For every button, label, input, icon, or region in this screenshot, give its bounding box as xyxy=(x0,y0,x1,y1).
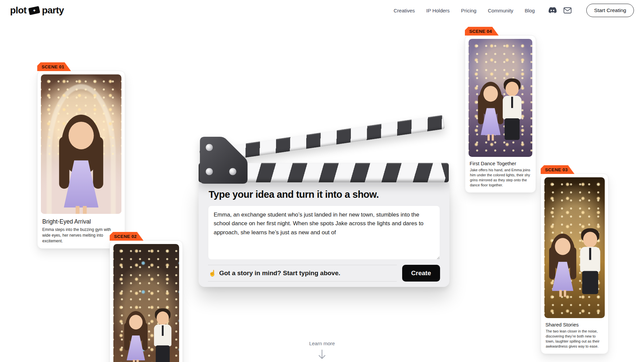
navbar: plot✦party Creatives IP Holders Pricing … xyxy=(0,0,644,21)
scene-03-title: Shared Stories xyxy=(545,322,604,327)
star-glyph: ✦ xyxy=(32,8,37,13)
scene-03-desc: The two lean closer in the noise, discov… xyxy=(546,329,603,349)
nav-icons xyxy=(548,7,572,14)
scene-01-body: Bright-Eyed Arrival Emma steps into the … xyxy=(37,71,125,249)
girl-character xyxy=(59,115,103,214)
clapperboard-graphic xyxy=(199,118,449,182)
scene-03-image xyxy=(544,177,605,318)
discord-icon[interactable] xyxy=(548,7,557,14)
scene-01-title: Bright-Eyed Arrival xyxy=(42,218,120,225)
idea-heading: Type your idea and turn it into a show. xyxy=(209,189,439,200)
girl-character xyxy=(549,234,576,298)
logo-word-party: party xyxy=(42,5,64,16)
nav-links: Creatives IP Holders Pricing Community B… xyxy=(393,4,634,17)
nav-link-ip-holders[interactable]: IP Holders xyxy=(426,8,450,13)
scene-01-tab: SCENE 01 xyxy=(37,62,71,71)
hint-text: Got a story in mind? Start typing above. xyxy=(219,269,340,277)
pointing-up-emoji-icon: ☝️ xyxy=(209,269,216,277)
nav-link-creatives[interactable]: Creatives xyxy=(393,8,415,13)
logo[interactable]: plot✦party xyxy=(10,5,64,16)
scene-01-image xyxy=(41,74,121,214)
nav-link-blog[interactable]: Blog xyxy=(525,8,535,13)
scene-card-01: SCENE 01 Bright-Eyed Arrival Emma steps … xyxy=(37,62,125,249)
nav-link-community[interactable]: Community xyxy=(488,8,513,13)
boy-character xyxy=(151,308,174,362)
scene-02-image xyxy=(113,244,179,362)
scene-02-tab: SCENE 02 xyxy=(110,232,144,241)
scene-02-body xyxy=(110,240,183,362)
scene-03-tab: SCENE 03 xyxy=(541,165,575,174)
scene-03-body: Shared Stories The two lean closer in th… xyxy=(541,174,608,354)
scene-04-title: First Dance Together xyxy=(470,161,531,166)
scene-card-03: SCENE 03 Shared Stories The two lean clo… xyxy=(541,165,608,354)
scene-04-image xyxy=(469,39,532,157)
scene-card-04: SCENE 04 First Dance Together Jake offer… xyxy=(465,27,536,193)
create-button[interactable]: Create xyxy=(402,265,440,282)
girl-character xyxy=(124,311,148,362)
scene-01-desc: Emma steps into the buzzing gym with wid… xyxy=(42,227,120,244)
scene-04-body: First Dance Together Jake offers his han… xyxy=(465,35,536,193)
landing-page: plot✦party Creatives IP Holders Pricing … xyxy=(0,0,644,362)
boy-character xyxy=(577,228,604,297)
scene-04-tab: SCENE 04 xyxy=(465,27,499,36)
idea-panel: Type your idea and turn it into a show. … xyxy=(199,180,449,287)
boy-character xyxy=(499,78,525,142)
mail-icon[interactable] xyxy=(564,7,572,14)
logo-word-plot: plot xyxy=(10,5,26,16)
start-creating-button[interactable]: Start Creating xyxy=(586,4,634,17)
ticket-icon: ✦ xyxy=(28,6,40,15)
hint-row: ☝️ Got a story in mind? Start typing abo… xyxy=(208,265,397,282)
nav-link-pricing[interactable]: Pricing xyxy=(461,8,477,13)
scene-04-desc: Jake offers his hand, and Emma joins him… xyxy=(470,168,531,188)
idea-footer: ☝️ Got a story in mind? Start typing abo… xyxy=(208,265,440,282)
clapper-hinge xyxy=(199,137,250,184)
scene-card-02: SCENE 02 xyxy=(110,232,183,362)
idea-textarea[interactable]: Emma, an exchange student who’s just lan… xyxy=(208,205,440,260)
